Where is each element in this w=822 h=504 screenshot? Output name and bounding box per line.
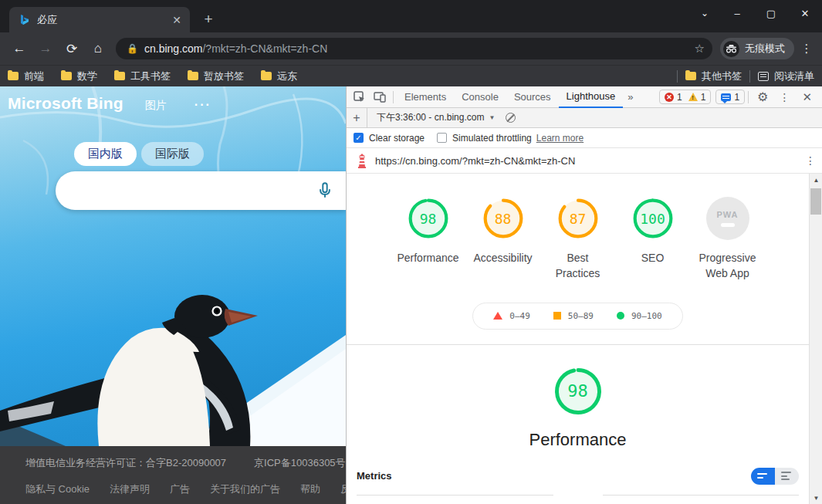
section-divider — [347, 344, 809, 345]
clear-audits-icon[interactable] — [506, 113, 516, 123]
bing-search-input[interactable] — [56, 171, 346, 210]
more-tabs-icon[interactable]: » — [623, 91, 638, 103]
bing-footer: 增值电信业务经营许可证：合字B2-20090007 京ICP备10036305号… — [0, 446, 346, 504]
bing-images-link[interactable]: 图片 — [145, 99, 167, 113]
minimize-button[interactable]: – — [720, 0, 754, 26]
footer-link[interactable]: 法律声明 — [110, 482, 150, 496]
reading-list-icon — [758, 72, 769, 81]
scroll-down-icon[interactable]: ▼ — [810, 492, 822, 504]
toggle-relative-view-button[interactable] — [751, 468, 775, 485]
footer-link[interactable]: 关于我们的广告 — [210, 482, 280, 496]
footer-link[interactable]: 反馈 — [340, 482, 346, 496]
reading-list-button[interactable]: 阅读清单 — [758, 69, 814, 83]
other-bookmarks-button[interactable]: 其他书签 — [685, 69, 742, 83]
tab-sources[interactable]: Sources — [506, 86, 559, 108]
score-seo[interactable]: 100 SEO — [615, 197, 690, 282]
tab-close-icon[interactable]: ✕ — [170, 13, 184, 27]
tab-domestic[interactable]: 国内版 — [74, 142, 137, 166]
bing-search-area — [56, 171, 346, 210]
report-menu-icon[interactable]: ⋮ — [799, 154, 822, 167]
devtools-panel: Elements Console Sources Lighthouse » ✕ … — [346, 86, 822, 504]
bookmark-star-icon[interactable]: ☆ — [695, 42, 705, 56]
bookmarks-bar: 前端 数学 工具书签 暂放书签 远东 其他书签 阅读清单 — [0, 65, 822, 86]
metrics-title: Metrics — [357, 470, 392, 482]
metric-column: First Contentful Paint — [357, 495, 553, 504]
microphone-icon[interactable] — [315, 181, 335, 201]
lighthouse-report: 98 Performance 88 — [347, 174, 822, 504]
chevron-down-icon[interactable]: ▼ — [489, 114, 495, 121]
score-performance[interactable]: 98 Performance — [391, 197, 465, 282]
messages-badge[interactable]: 1 — [715, 90, 745, 104]
folder-icon — [114, 72, 125, 80]
tab-console[interactable]: Console — [454, 86, 506, 108]
device-toolbar-icon[interactable] — [370, 87, 390, 107]
new-tab-button[interactable]: + — [199, 11, 218, 29]
tab-international[interactable]: 国际版 — [141, 142, 204, 166]
incognito-icon — [723, 41, 739, 57]
legend-fail: 0–49 — [493, 311, 530, 321]
tab-lighthouse[interactable]: Lighthouse — [559, 86, 624, 108]
url-host: cn.bing.com — [144, 42, 202, 55]
throttling-label: Simulated throttling — [452, 133, 532, 144]
footer-link[interactable]: 隐私与 Cookie — [25, 482, 90, 496]
bing-version-tabs: 国内版 国际版 — [74, 142, 204, 166]
devtools-close-icon[interactable]: ✕ — [795, 90, 819, 104]
url-path: /?mkt=zh-CN&mkt=zh-CN — [202, 42, 688, 55]
clear-storage-checkbox[interactable]: ✓ — [353, 133, 364, 143]
throttling-checkbox[interactable] — [437, 133, 447, 143]
browser-tab[interactable]: 必应 ✕ — [9, 7, 190, 32]
pwa-badge-icon: PWA — [706, 197, 749, 240]
bookmark-item[interactable]: 工具书签 — [114, 69, 171, 83]
footer-link[interactable]: 广告 — [170, 482, 190, 496]
browser-window: 必应 ✕ + ⌄ – ▢ ✕ ← → ⟳ ⌂ 🔒 cn.bing.com /?m… — [0, 0, 822, 504]
lock-icon: 🔒 — [127, 43, 138, 54]
bing-more-link[interactable]: ··· — [195, 98, 211, 112]
score-summary: 98 Performance 88 — [347, 197, 809, 282]
close-button[interactable]: ✕ — [788, 0, 822, 26]
bookmark-item[interactable]: 前端 — [8, 69, 44, 83]
scrollbar-thumb[interactable] — [810, 188, 821, 215]
settings-gear-icon[interactable]: ⚙ — [752, 90, 773, 104]
bing-header: Microsoft Bing 图片 ··· — [8, 94, 211, 113]
metrics-view-toggle — [751, 468, 799, 485]
reload-icon[interactable]: ⟳ — [61, 38, 83, 59]
audit-url-row: https://cn.bing.com/?mkt=zh-CN&mkt=zh-CN… — [347, 148, 822, 174]
metric-column: Time to Interactive — [603, 495, 800, 504]
folder-icon — [188, 72, 198, 80]
toggle-list-view-button[interactable] — [775, 468, 799, 485]
back-icon[interactable]: ← — [8, 38, 30, 59]
maximize-button[interactable]: ▢ — [754, 0, 788, 26]
report-scrollbar[interactable]: ▲ ▼ — [809, 174, 822, 504]
bing-logo: Microsoft Bing — [8, 94, 123, 113]
footer-icp[interactable]: 京ICP备10036305号- — [254, 456, 346, 470]
bookmark-item[interactable]: 数学 — [61, 69, 97, 83]
home-icon[interactable]: ⌂ — [87, 38, 109, 59]
scroll-up-icon[interactable]: ▲ — [810, 174, 822, 186]
bookmark-item[interactable]: 远东 — [261, 69, 297, 83]
inspect-element-icon[interactable] — [350, 87, 370, 107]
new-audit-button[interactable]: + — [347, 108, 367, 127]
window-chevron-icon[interactable]: ⌄ — [689, 8, 720, 19]
message-icon — [721, 93, 731, 101]
lighthouse-options-bar: ✓ Clear storage Simulated throttling Lea… — [347, 128, 822, 148]
score-best-practices[interactable]: 87 Best Practices — [540, 197, 615, 282]
address-bar[interactable]: 🔒 cn.bing.com /?mkt=zh-CN&mkt=zh-CN ☆ — [116, 38, 712, 59]
footer-link[interactable]: 帮助 — [300, 482, 320, 496]
audit-run-selector[interactable]: 下午3:36:00 - cn.bing.com — [377, 111, 484, 124]
error-icon: ✕ — [665, 93, 674, 102]
score-accessibility[interactable]: 88 Accessibility — [465, 197, 540, 282]
forward-icon[interactable]: → — [35, 38, 56, 59]
folder-icon — [685, 72, 696, 80]
devtools-menu-icon[interactable]: ⋮ — [773, 91, 795, 103]
separator — [748, 91, 749, 103]
learn-more-link[interactable]: Learn more — [536, 133, 584, 144]
console-issues-badge[interactable]: ✕ 1 1 — [659, 90, 711, 104]
tab-title: 必应 — [37, 13, 170, 27]
devtools-tabbar: Elements Console Sources Lighthouse » ✕ … — [347, 86, 822, 108]
bookmark-item[interactable]: 暂放书签 — [188, 69, 244, 83]
tab-elements[interactable]: Elements — [397, 86, 454, 108]
browser-menu-icon[interactable]: ⋮ — [797, 42, 816, 56]
audit-url: https://cn.bing.com/?mkt=zh-CN&mkt=zh-CN — [375, 155, 799, 167]
score-legend: 0–49 50–89 90–100 — [472, 303, 682, 330]
score-pwa[interactable]: PWA Progressive Web App — [690, 197, 765, 282]
